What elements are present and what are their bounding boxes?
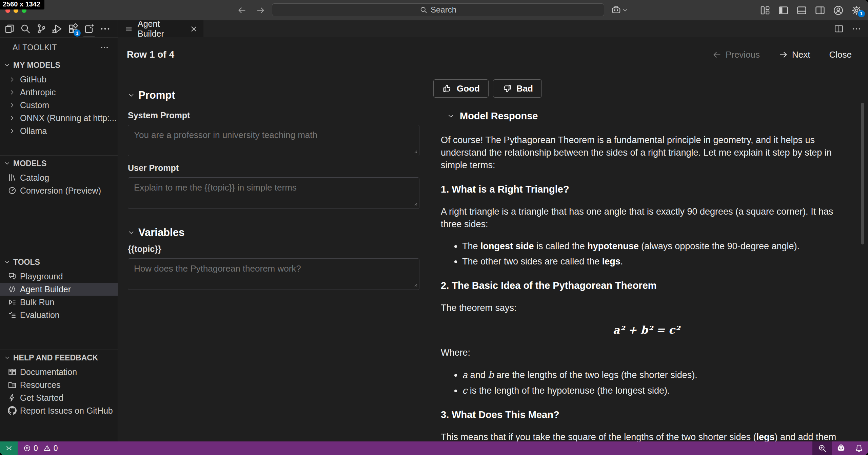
section-header[interactable]: HELP AND FEEDBACK	[0, 350, 118, 365]
activity-ai-toolkit[interactable]	[81, 20, 97, 37]
row-navigation-header: Row 1 of 4 Previous Next Close	[118, 37, 868, 72]
activity-bar: 1	[0, 20, 118, 38]
command-center-search[interactable]: Search	[272, 3, 604, 16]
sidebar-item-onnx-running-at-http[interactable]: ONNX (Running at http:...	[0, 112, 118, 124]
copilot-status[interactable]	[832, 441, 850, 455]
zoom-indicator[interactable]	[812, 441, 832, 455]
badge: 1	[74, 29, 81, 37]
model-response-heading: Model Response	[460, 111, 538, 122]
toggle-primary-sidebar-button[interactable]	[778, 5, 789, 16]
sidebar-item-label: ONNX (Running at http:...	[20, 113, 117, 123]
chevron-down-icon	[4, 259, 10, 265]
activity-source-control[interactable]	[33, 20, 49, 37]
sidebar-item-anthropic[interactable]: Anthropic	[0, 86, 118, 99]
sidebar-item-github[interactable]: GitHub	[0, 73, 118, 86]
sidebar-item-agent-builder[interactable]: Agent Builder	[0, 283, 118, 296]
ai-toolkit-icon	[84, 23, 95, 34]
thumbs-up-icon	[442, 83, 452, 94]
prompt-form-panel: Prompt System Prompt User Prompt Vari	[118, 72, 429, 441]
prompt-heading: Prompt	[138, 89, 175, 101]
bad-button[interactable]: Bad	[493, 79, 542, 98]
section-label: TOOLS	[13, 258, 40, 267]
good-button[interactable]: Good	[433, 79, 489, 98]
sidebar-item-catalog[interactable]: Catalog	[0, 171, 118, 184]
warning-count: 0	[54, 444, 58, 453]
sidebar-item-resources[interactable]: Resources	[0, 378, 118, 391]
arrow-left-icon	[712, 50, 722, 59]
sidebar-item-label: Ollama	[20, 126, 47, 136]
accounts-button[interactable]	[833, 5, 844, 16]
error-icon	[23, 444, 31, 452]
activity-explorer[interactable]	[1, 20, 17, 37]
sidebar-item-report-issues-on-github[interactable]: Report Issues on GitHub	[0, 404, 118, 417]
more-actions-icon[interactable]	[100, 43, 109, 52]
response-p: The theorem says:	[441, 302, 852, 314]
resize-grip-icon[interactable]	[413, 149, 417, 155]
sidebar-item-evaluation[interactable]: Evaluation	[0, 309, 118, 321]
tab-agent-builder[interactable]: Agent Builder	[118, 20, 203, 37]
sidebar-item-label: GitHub	[20, 75, 46, 84]
resize-grip-icon[interactable]	[413, 201, 417, 207]
split-editor-icon[interactable]	[834, 24, 844, 34]
warning-icon	[43, 444, 51, 452]
zap-icon	[7, 393, 17, 402]
editor-area: Agent Builder Row 1 of 4 Previous	[118, 20, 868, 441]
sidebar-section-my-models: MY MODELSGitHubAnthropicCustomONNX (Runn…	[0, 57, 118, 155]
prompt-section-header[interactable]: Prompt	[128, 89, 419, 101]
system-prompt-input[interactable]	[128, 125, 419, 156]
copilot-menu[interactable]	[611, 0, 628, 20]
chevron-right-icon	[7, 128, 17, 134]
close-button[interactable]: Close	[829, 50, 852, 60]
back-arrow-icon[interactable]	[237, 6, 246, 15]
sidebar-item-playground[interactable]: Playground	[0, 270, 118, 283]
remote-indicator[interactable]	[0, 441, 18, 455]
sidebar-item-conversion-preview[interactable]: Conversion (Preview)	[0, 184, 118, 197]
notifications[interactable]	[850, 441, 868, 455]
previous-label: Previous	[726, 50, 760, 60]
activity-extensions[interactable]: 1	[65, 20, 81, 37]
sidebar-item-documentation[interactable]: Documentation	[0, 365, 118, 378]
activity-search[interactable]	[17, 20, 33, 37]
sidebar-item-get-started[interactable]: Get Started	[0, 391, 118, 404]
settings-button[interactable]: 1	[851, 5, 862, 16]
sidebar-item-label: Catalog	[20, 173, 49, 183]
editor-actions	[834, 20, 868, 37]
variables-section-header[interactable]: Variables	[128, 226, 419, 239]
zoom-in-icon	[818, 444, 827, 453]
forward-arrow-icon[interactable]	[256, 6, 265, 15]
system-prompt-label: System Prompt	[128, 111, 419, 120]
response-h: 3. What Does This Mean?	[441, 409, 852, 421]
tab-label: Agent Builder	[138, 19, 185, 39]
more-actions-icon[interactable]	[852, 24, 861, 34]
sidebar-sections: MY MODELSGitHubAnthropicCustomONNX (Runn…	[0, 57, 118, 441]
layout-icon	[760, 5, 770, 16]
next-row-button[interactable]: Next	[779, 50, 810, 60]
section-header[interactable]: TOOLS	[0, 254, 118, 270]
sidebar-item-bulk-run[interactable]: Bulk Run	[0, 296, 118, 309]
response-body: Of course! The Pythagorean Theorem is a …	[441, 134, 852, 455]
panel-bottom-icon	[796, 5, 807, 16]
sidebar-item-custom[interactable]: Custom	[0, 99, 118, 112]
search-icon	[420, 6, 428, 14]
model-response-panel: Good Bad Model Response Of course! The P…	[429, 72, 868, 441]
toggle-panel-button[interactable]	[796, 5, 807, 16]
response-h: 2. The Basic Idea of the Pythagorean The…	[441, 279, 852, 292]
toggle-secondary-sidebar-button[interactable]	[815, 5, 825, 16]
model-response-section-header[interactable]: Model Response	[447, 111, 868, 122]
customize-layout-button[interactable]	[760, 5, 770, 16]
variable-value-input[interactable]	[128, 258, 419, 290]
activity-more-views[interactable]	[97, 20, 113, 37]
close-tab-icon[interactable]	[190, 25, 198, 33]
problems-indicator[interactable]: 0 0	[23, 444, 58, 453]
section-header[interactable]: MODELS	[0, 156, 118, 171]
section-header[interactable]: MY MODELS	[0, 57, 118, 73]
previous-row-button[interactable]: Previous	[712, 50, 760, 60]
activity-run-debug[interactable]	[49, 20, 65, 37]
scrollbar-thumb[interactable]	[861, 103, 864, 244]
sidebar-item-ollama[interactable]: Ollama	[0, 124, 118, 137]
resize-grip-icon[interactable]	[413, 282, 417, 288]
sidebar: 1 AI TOOLKIT MY MODELSGitHubAnthropicCus…	[0, 20, 118, 441]
sidebar-item-label: Anthropic	[20, 87, 56, 97]
feedback-buttons: Good Bad	[433, 79, 868, 98]
user-prompt-input[interactable]	[128, 177, 419, 209]
